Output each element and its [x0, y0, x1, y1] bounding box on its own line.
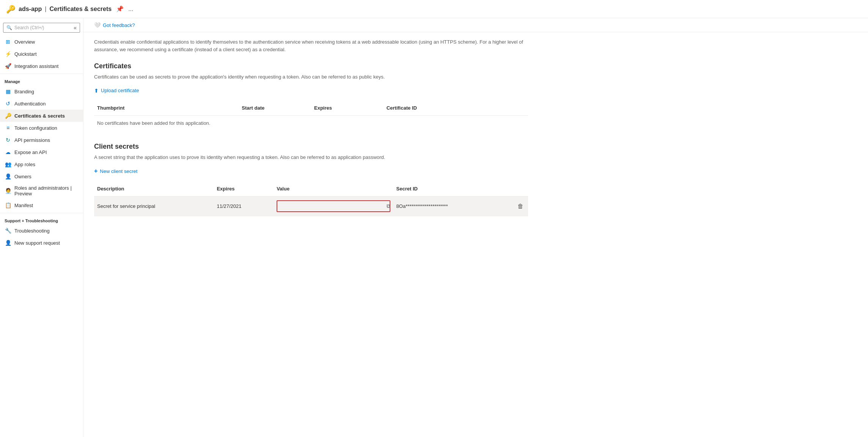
sidebar-item-integration-assistant[interactable]: 🚀 Integration assistant	[0, 60, 83, 72]
secrets-table: Description Expires Value Secret ID Secr…	[94, 181, 528, 216]
sidebar-divider-support	[0, 213, 83, 213]
intro-description: Credentials enable confidential applicat…	[94, 38, 528, 53]
upload-icon: ⬆	[94, 88, 99, 94]
title-separator: |	[45, 6, 46, 13]
sidebar-item-new-support-request[interactable]: 👤 New support request	[0, 237, 83, 249]
certificates-empty-message: No certificates have been added for this…	[94, 116, 528, 130]
expose-api-icon: ☁	[5, 149, 11, 156]
main-content: 🤍 Got feedback? Credentials enable confi…	[83, 18, 868, 437]
upload-certificate-button[interactable]: ⬆ Upload certificate	[94, 86, 139, 95]
feedback-label[interactable]: Got feedback?	[103, 22, 135, 28]
app-roles-icon: 👥	[5, 161, 11, 168]
app-icon: 🔑	[6, 5, 16, 14]
pin-icon[interactable]: 📌	[116, 5, 124, 13]
sidebar-item-branding[interactable]: ▦ Branding	[0, 85, 83, 97]
description-header: Description	[94, 184, 214, 194]
more-icon[interactable]: ...	[128, 6, 133, 13]
sidebar-item-label: Troubleshooting	[14, 228, 50, 234]
sidebar-item-label: Certificates & secrets	[14, 113, 65, 119]
overview-icon: ⊞	[5, 38, 11, 45]
sidebar-divider-manage	[0, 74, 83, 74]
sidebar-item-owners[interactable]: 👤 Owners	[0, 170, 83, 182]
roles-admin-icon: 🧑‍💼	[5, 187, 11, 194]
certificates-table-header: Thumbprint Start date Expires Certificat…	[94, 101, 528, 116]
sidebar-item-overview[interactable]: ⊞ Overview	[0, 36, 83, 48]
collapse-button[interactable]: «	[74, 25, 77, 31]
page-name: Certificates & secrets	[50, 6, 112, 13]
client-secrets-title: Client secrets	[94, 143, 528, 151]
content-area: Credentials enable confidential applicat…	[83, 32, 539, 234]
copy-icon[interactable]: ⧉	[387, 203, 390, 209]
quickstart-icon: ⚡	[5, 50, 11, 57]
upload-certificate-label: Upload certificate	[101, 88, 139, 93]
plus-icon: +	[94, 168, 97, 174]
top-bar: 🔑 ads-app | Certificates & secrets 📌 ...	[0, 0, 868, 18]
sidebar-item-label: Expose an API	[14, 149, 47, 155]
new-client-secret-button[interactable]: + New client secret	[94, 166, 137, 176]
secret-value-cell: ⧉	[274, 198, 393, 214]
secret-id: 8Oa**********************	[393, 201, 513, 211]
manage-section-label: Manage	[0, 75, 83, 85]
sidebar-item-label: Roles and administrators | Preview	[14, 185, 79, 196]
secretid-header: Secret ID	[393, 184, 513, 194]
page-title: ads-app | Certificates & secrets	[19, 6, 112, 13]
sidebar-item-expose-api[interactable]: ☁ Expose an API	[0, 146, 83, 158]
support-section-label: Support + Troubleshooting	[0, 215, 83, 225]
sidebar-item-app-roles[interactable]: 👥 App roles	[0, 158, 83, 170]
support-request-icon: 👤	[5, 239, 11, 246]
owners-icon: 👤	[5, 173, 11, 180]
expires-header: Expires	[311, 103, 384, 113]
main-container: 🔍 Search (Ctrl+/) « ⊞ Overview ⚡ Quickst…	[0, 18, 868, 437]
certificates-description: Certificates can be used as secrets to p…	[94, 73, 528, 81]
sidebar-item-label: New support request	[14, 240, 60, 246]
secret-row: Secret for service principal 11/27/2021 …	[94, 196, 528, 216]
sidebar-item-label: Authentication	[14, 101, 46, 107]
client-secrets-section: Client secrets A secret string that the …	[94, 143, 528, 217]
sidebar-item-label: Owners	[14, 174, 31, 179]
sidebar-item-label: Integration assistant	[14, 63, 58, 69]
trash-icon[interactable]: 🗑	[516, 201, 525, 211]
certificateid-header: Certificate ID	[384, 103, 528, 113]
client-secrets-description: A secret string that the application use…	[94, 154, 528, 161]
thumbprint-header: Thumbprint	[94, 103, 239, 113]
sidebar-item-authentication[interactable]: ↺ Authentication	[0, 97, 83, 110]
certificates-title: Certificates	[94, 62, 528, 70]
sidebar-item-label: Overview	[14, 39, 35, 45]
api-permissions-icon: ↻	[5, 137, 11, 143]
sidebar-item-label: Quickstart	[14, 51, 37, 57]
manifest-icon: 📋	[5, 202, 11, 209]
app-name: ads-app	[19, 6, 42, 13]
authentication-icon: ↺	[5, 100, 11, 107]
sidebar-item-label: API permissions	[14, 137, 50, 143]
sidebar: 🔍 Search (Ctrl+/) « ⊞ Overview ⚡ Quickst…	[0, 18, 83, 437]
token-config-icon: ≡	[5, 124, 11, 131]
feedback-bar[interactable]: 🤍 Got feedback?	[83, 18, 868, 32]
delete-secret-button[interactable]: 🗑	[513, 199, 528, 214]
sidebar-item-roles-administrators[interactable]: 🧑‍💼 Roles and administrators | Preview	[0, 182, 83, 199]
sidebar-item-label: Token configuration	[14, 125, 57, 131]
secret-description: Secret for service principal	[94, 201, 214, 211]
sidebar-item-manifest[interactable]: 📋 Manifest	[0, 199, 83, 211]
sidebar-item-certificates-secrets[interactable]: 🔑 Certificates & secrets	[0, 110, 83, 122]
integration-icon: 🚀	[5, 63, 11, 69]
certificates-icon: 🔑	[5, 112, 11, 119]
secret-value-input[interactable]	[277, 200, 390, 212]
sidebar-item-api-permissions[interactable]: ↻ API permissions	[0, 134, 83, 146]
sidebar-item-troubleshooting[interactable]: 🔧 Troubleshooting	[0, 225, 83, 237]
search-icon: 🔍	[6, 25, 12, 30]
new-secret-label: New client secret	[100, 168, 137, 174]
startdate-header: Start date	[239, 103, 311, 113]
troubleshooting-icon: 🔧	[5, 227, 11, 234]
branding-icon: ▦	[5, 88, 11, 95]
certificates-section: Certificates Certificates can be used as…	[94, 62, 528, 130]
actions-header	[513, 184, 528, 194]
sidebar-item-quickstart[interactable]: ⚡ Quickstart	[0, 48, 83, 60]
expires-col-header: Expires	[214, 184, 274, 194]
secret-expires: 11/27/2021	[214, 201, 274, 211]
value-header: Value	[274, 184, 393, 194]
sidebar-item-label: Branding	[14, 89, 34, 94]
top-bar-actions[interactable]: 📌 ...	[116, 5, 133, 13]
search-box[interactable]: 🔍 Search (Ctrl+/) «	[3, 23, 80, 33]
sidebar-item-token-configuration[interactable]: ≡ Token configuration	[0, 122, 83, 134]
secrets-table-header: Description Expires Value Secret ID	[94, 181, 528, 196]
